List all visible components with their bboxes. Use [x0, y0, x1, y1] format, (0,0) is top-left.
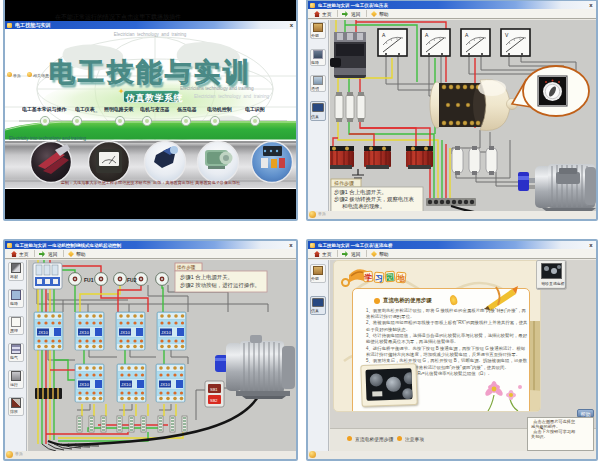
svg-text:FU1: FU1	[84, 277, 94, 283]
svg-text:步骤1 合上电源开关。: 步骤1 合上电源开关。	[180, 274, 233, 281]
svg-text:操作步骤: 操作步骤	[334, 180, 354, 186]
svg-text:步骤2 拨动转换开关，观察电压表: 步骤2 拨动转换开关，观察电压表	[334, 196, 415, 203]
svg-text:SB2: SB2	[210, 398, 218, 403]
svg-text:FU2: FU2	[127, 277, 137, 283]
svg-text:Electricity into technology an: Electricity into technology and training	[9, 136, 87, 141]
svg-text:SB1: SB1	[210, 387, 218, 392]
svg-text:步骤2 按动按钮，进行运行操作。: 步骤2 按动按钮，进行运行操作。	[180, 282, 260, 289]
svg-text:操作步骤: 操作步骤	[176, 264, 196, 271]
svg-text:和电流表的现象。: 和电流表的现象。	[342, 203, 385, 210]
svg-text:步骤1 合上电源开关。: 步骤1 合上电源开关。	[334, 189, 387, 196]
